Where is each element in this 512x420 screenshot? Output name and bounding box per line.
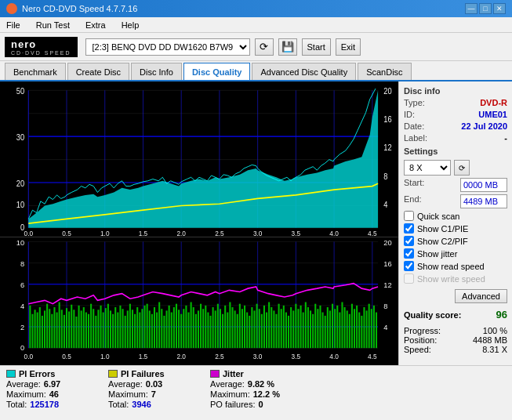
write-speed-row: Show write speed	[404, 273, 507, 284]
svg-rect-92	[107, 304, 109, 348]
progress-value: 100 %	[483, 326, 507, 335]
disc-label-row: Label: -	[404, 133, 507, 143]
jitter-avg-label: Average:	[210, 379, 245, 389]
svg-rect-126	[191, 302, 192, 349]
disc-id-value: UME01	[478, 110, 507, 119]
menu-file[interactable]: File	[3, 20, 24, 31]
pi-errors-label: PI Errors	[19, 369, 55, 378]
svg-text:0.5: 0.5	[62, 353, 71, 360]
tab-advanced-disc-quality[interactable]: Advanced Disc Quality	[252, 63, 356, 80]
maximize-button[interactable]: □	[479, 3, 492, 14]
svg-text:20: 20	[383, 238, 391, 247]
svg-rect-202	[376, 313, 377, 349]
menu-run-test[interactable]: Run Test	[33, 20, 73, 31]
tab-disc-quality[interactable]: Disc Quality	[183, 63, 251, 80]
svg-rect-112	[156, 313, 158, 349]
write-speed-checkbox	[404, 273, 414, 284]
start-mb-input[interactable]	[460, 178, 507, 192]
tab-benchmark[interactable]: Benchmark	[5, 63, 66, 80]
svg-rect-93	[110, 311, 111, 349]
upper-chart: 50 30 20 10 0 20 16 12 8 4 0.0 0.5 1.0 1…	[0, 81, 398, 237]
menu-extra[interactable]: Extra	[82, 20, 109, 31]
right-panel: Disc info Type: DVD-R ID: UME01 Date: 22…	[398, 81, 512, 365]
svg-rect-171	[300, 306, 302, 348]
tab-disc-info[interactable]: Disc Info	[131, 63, 182, 80]
svg-text:8: 8	[383, 302, 387, 310]
svg-text:4: 4	[383, 200, 388, 208]
disc-type-value: DVD-R	[480, 98, 507, 107]
svg-text:10: 10	[16, 200, 25, 208]
jitter-avg: Average: 9.82 %	[210, 379, 296, 389]
svg-rect-194	[356, 306, 358, 348]
refresh-icon-button[interactable]: ⟳	[255, 38, 274, 56]
c2-pif-checkbox[interactable]	[404, 236, 414, 246]
tab-scandisc[interactable]: ScanDisc	[358, 63, 411, 80]
svg-rect-175	[310, 311, 311, 349]
svg-rect-187	[339, 313, 340, 349]
read-speed-checkbox[interactable]	[404, 261, 414, 271]
svg-rect-180	[322, 313, 324, 349]
svg-rect-96	[117, 313, 118, 349]
read-speed-row: Show read speed	[404, 261, 507, 271]
pi-failures-max-label: Maximum:	[108, 389, 148, 399]
position-label: Position:	[404, 335, 437, 345]
svg-text:1.5: 1.5	[139, 353, 148, 360]
svg-rect-107	[144, 306, 146, 348]
svg-rect-75	[66, 308, 67, 348]
menu-help[interactable]: Help	[118, 20, 143, 31]
svg-rect-143	[231, 307, 233, 348]
svg-rect-160	[273, 311, 274, 349]
svg-rect-81	[81, 311, 82, 349]
svg-rect-172	[303, 313, 304, 349]
svg-rect-77	[71, 305, 72, 348]
end-mb-input[interactable]	[460, 194, 507, 208]
refresh-settings-icon[interactable]: ⟳	[454, 160, 470, 176]
svg-rect-97	[119, 306, 121, 348]
svg-rect-98	[122, 309, 124, 348]
speed-selector[interactable]: 8 X 4 X 6 X 12 X 16 X MAX	[404, 160, 451, 176]
svg-rect-149	[246, 313, 248, 349]
svg-text:2.5: 2.5	[215, 230, 224, 237]
svg-rect-182	[327, 307, 329, 348]
save-icon-button[interactable]: 💾	[278, 38, 297, 56]
minimize-button[interactable]: —	[465, 3, 478, 14]
drive-selector[interactable]: [2:3] BENQ DVD DD DW1620 B7W9	[85, 38, 250, 56]
jitter-max-value: 12.2 %	[253, 389, 280, 399]
advanced-button[interactable]: Advanced	[455, 289, 507, 303]
main-content: 50 30 20 10 0 20 16 12 8 4 0.0 0.5 1.0 1…	[0, 81, 512, 365]
jitter-avg-value: 9.82 %	[248, 379, 274, 389]
svg-rect-101	[129, 304, 131, 348]
jitter-po-label: PO failures:	[210, 400, 255, 409]
exit-button[interactable]: Exit	[336, 38, 361, 56]
svg-text:4.0: 4.0	[329, 353, 339, 360]
jitter-checkbox[interactable]	[404, 248, 414, 259]
svg-rect-65	[42, 316, 43, 348]
svg-text:12: 12	[383, 281, 391, 289]
c2-pif-label: Show C2/PIF	[417, 237, 468, 246]
speed-label: Speed:	[404, 345, 431, 354]
svg-rect-193	[354, 309, 355, 348]
svg-rect-174	[307, 307, 309, 348]
upper-chart-svg: 50 30 20 10 0 20 16 12 8 4 0.0 0.5 1.0 1…	[0, 81, 398, 237]
quick-scan-checkbox[interactable]	[404, 211, 414, 221]
svg-rect-146	[239, 304, 241, 348]
speed-value: 8.31 X	[482, 345, 507, 354]
svg-rect-153	[256, 304, 258, 348]
jitter-max: Maximum: 12.2 %	[210, 389, 296, 399]
svg-rect-83	[85, 313, 87, 349]
jitter-po-value: 0	[258, 400, 263, 409]
svg-text:30: 30	[16, 132, 25, 141]
logo-nero: nero	[11, 38, 36, 50]
tab-create-disc[interactable]: Create Disc	[67, 63, 129, 80]
start-button[interactable]: Start	[302, 38, 331, 56]
svg-text:12: 12	[383, 143, 391, 152]
svg-text:3.0: 3.0	[253, 353, 263, 360]
svg-text:3.0: 3.0	[253, 230, 263, 237]
c1-pie-checkbox[interactable]	[404, 223, 414, 234]
stats-bar: PI Errors Average: 6.97 Maximum: 46 Tota…	[0, 365, 512, 420]
svg-rect-124	[185, 306, 187, 348]
svg-text:2: 2	[20, 323, 24, 331]
close-button[interactable]: ✕	[493, 3, 506, 14]
read-speed-label: Show read speed	[417, 262, 485, 271]
svg-text:4.5: 4.5	[368, 353, 377, 360]
